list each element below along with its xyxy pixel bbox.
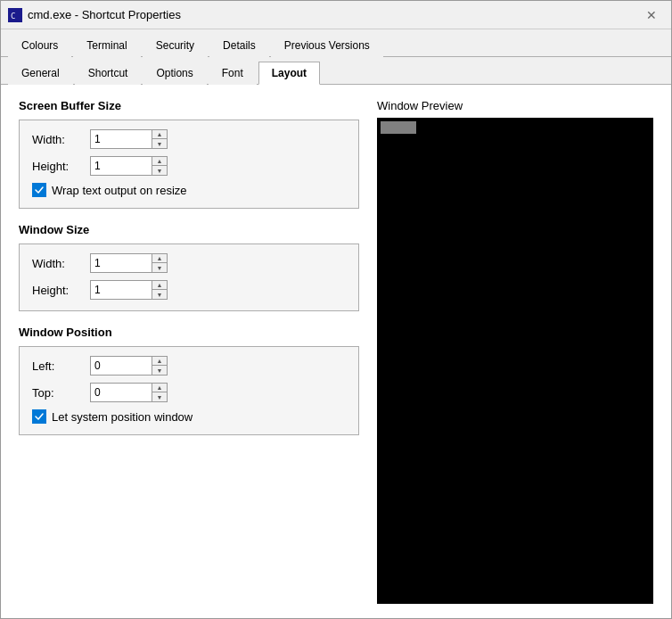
- window-position-left-buttons: ▲ ▼: [152, 356, 168, 376]
- screen-buffer-width-up[interactable]: ▲: [152, 130, 167, 139]
- tab-shortcut[interactable]: Shortcut: [75, 62, 142, 85]
- window-position-top-label: Top:: [32, 386, 90, 400]
- tab-row-1: Colours Terminal Security Details Previo…: [1, 29, 671, 57]
- window-size-width-buttons: ▲ ▼: [152, 253, 168, 273]
- window-position-left-up[interactable]: ▲: [152, 357, 167, 366]
- window-position-title: Window Position: [19, 326, 359, 339]
- window-position-box: Left: ▲ ▼ Top:: [19, 346, 359, 435]
- window-position-left-down[interactable]: ▼: [152, 366, 167, 375]
- preview-title-bar: [381, 121, 416, 134]
- window-size-width-input[interactable]: [90, 253, 152, 273]
- screen-buffer-width-row: Width: ▲ ▼: [32, 129, 346, 149]
- window-position-top-up[interactable]: ▲: [152, 384, 167, 392]
- window-size-width-up[interactable]: ▲: [152, 254, 167, 263]
- window-position-left-input[interactable]: [90, 356, 152, 376]
- tab-terminal[interactable]: Terminal: [73, 34, 140, 57]
- tab-font[interactable]: Font: [209, 62, 257, 85]
- screen-buffer-height-buttons: ▲ ▼: [152, 156, 168, 176]
- screen-buffer-width-spinner: ▲ ▼: [90, 129, 168, 149]
- window-position-top-buttons: ▲ ▼: [152, 383, 168, 402]
- window-position-top-row: Top: ▲ ▼: [32, 383, 346, 402]
- window-size-height-row: Height: ▲ ▼: [32, 280, 346, 300]
- screen-buffer-height-up[interactable]: ▲: [152, 157, 167, 166]
- wrap-text-checkbox[interactable]: [32, 183, 46, 197]
- window-preview-box: [377, 118, 653, 604]
- system-position-row: Let system position window: [32, 409, 346, 424]
- screen-buffer-height-row: Height: ▲ ▼: [32, 156, 346, 176]
- wrap-text-label: Wrap text output on resize: [52, 184, 187, 197]
- screen-buffer-height-down[interactable]: ▼: [152, 166, 167, 175]
- window-size-height-buttons: ▲ ▼: [152, 280, 168, 300]
- window-size-width-spinner: ▲ ▼: [90, 253, 168, 273]
- window-size-height-down[interactable]: ▼: [152, 290, 167, 299]
- screen-buffer-title: Screen Buffer Size: [19, 99, 359, 112]
- screen-buffer-height-spinner: ▲ ▼: [90, 156, 168, 176]
- window-size-height-input[interactable]: [90, 280, 152, 300]
- screen-buffer-height-label: Height:: [32, 160, 90, 173]
- system-position-checkbox[interactable]: [32, 409, 46, 424]
- window-size-height-label: Height:: [32, 284, 90, 297]
- screen-buffer-width-buttons: ▲ ▼: [152, 129, 168, 149]
- window-size-width-row: Width: ▲ ▼: [32, 253, 346, 273]
- screen-buffer-width-label: Width:: [32, 133, 90, 146]
- window-position-left-spinner: ▲ ▼: [90, 356, 168, 376]
- wrap-text-row: Wrap text output on resize: [32, 183, 346, 197]
- window-size-width-down[interactable]: ▼: [152, 263, 167, 272]
- screen-buffer-width-input[interactable]: [90, 129, 152, 149]
- screen-buffer-box: Width: ▲ ▼ Height:: [19, 120, 359, 209]
- window-size-section: Window Size Width: ▲ ▼ Height:: [19, 223, 359, 315]
- window-position-left-row: Left: ▲ ▼: [32, 356, 346, 376]
- screen-buffer-height-input[interactable]: [90, 156, 152, 176]
- tab-general[interactable]: General: [8, 62, 73, 85]
- tab-layout[interactable]: Layout: [258, 62, 320, 85]
- right-panel: Window Preview: [377, 99, 653, 604]
- content-area: Screen Buffer Size Width: ▲ ▼ H: [1, 85, 671, 618]
- window-position-top-down[interactable]: ▼: [152, 392, 167, 401]
- close-button[interactable]: ✕: [639, 3, 664, 28]
- system-position-label: Let system position window: [52, 410, 193, 424]
- left-panel: Screen Buffer Size Width: ▲ ▼ H: [19, 99, 359, 604]
- window-size-box: Width: ▲ ▼ Height:: [19, 243, 359, 311]
- tab-colours[interactable]: Colours: [8, 34, 71, 57]
- tab-security[interactable]: Security: [143, 34, 208, 57]
- app-icon: C: [8, 8, 22, 22]
- window-position-left-label: Left:: [32, 359, 90, 373]
- screen-buffer-width-down[interactable]: ▼: [152, 139, 167, 148]
- window-size-height-spinner: ▲ ▼: [90, 280, 168, 300]
- tab-details[interactable]: Details: [209, 34, 269, 57]
- tab-options[interactable]: Options: [143, 62, 206, 85]
- window-position-section: Window Position Left: ▲ ▼ Top:: [19, 326, 359, 439]
- window: C cmd.exe - Shortcut Properties ✕ Colour…: [0, 0, 672, 619]
- title-bar: C cmd.exe - Shortcut Properties ✕: [1, 1, 671, 29]
- window-preview-label: Window Preview: [377, 99, 653, 112]
- tab-row-2: General Shortcut Options Font Layout: [1, 57, 671, 85]
- window-position-top-spinner: ▲ ▼: [90, 383, 168, 402]
- window-position-top-input[interactable]: [90, 383, 152, 402]
- window-size-width-label: Width:: [32, 257, 90, 270]
- svg-text:C: C: [11, 12, 15, 21]
- window-size-height-up[interactable]: ▲: [152, 281, 167, 290]
- screen-buffer-section: Screen Buffer Size Width: ▲ ▼ H: [19, 99, 359, 212]
- window-size-title: Window Size: [19, 223, 359, 236]
- tab-previous-versions[interactable]: Previous Versions: [271, 34, 383, 57]
- title-bar-text: cmd.exe - Shortcut Properties: [28, 8, 639, 21]
